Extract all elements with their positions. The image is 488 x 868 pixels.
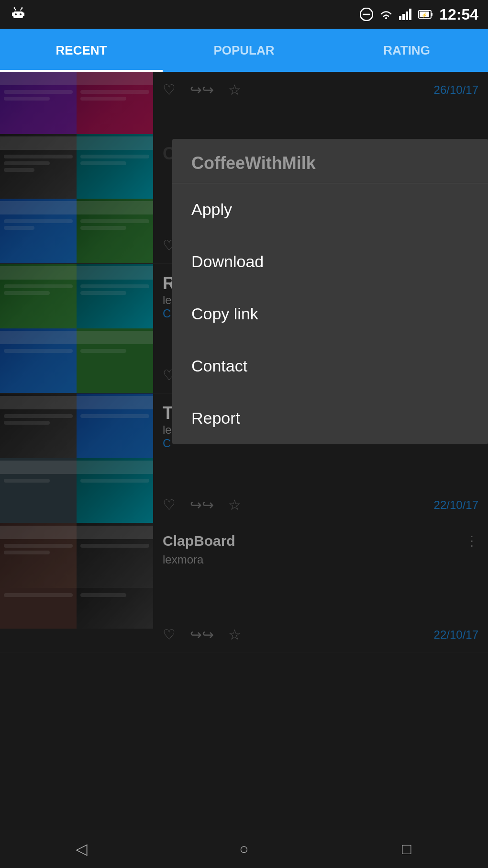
recents-button[interactable]: □ xyxy=(392,834,421,863)
context-menu-overlay[interactable]: CoffeeWithMilk Apply Download Copy link … xyxy=(0,72,488,830)
svg-rect-14 xyxy=(406,11,408,20)
context-menu-title: CoffeeWithMilk xyxy=(191,153,469,173)
download-menu-item[interactable]: Download xyxy=(172,236,488,288)
svg-point-11 xyxy=(385,17,387,19)
battery-icon: ⚡ xyxy=(418,9,433,20)
status-bar-left xyxy=(10,6,27,23)
signal-icon xyxy=(399,9,412,20)
copy-link-menu-item[interactable]: Copy link xyxy=(172,288,488,340)
svg-point-8 xyxy=(22,7,23,9)
status-bar-right: ⚡ 12:54 xyxy=(360,6,478,23)
do-not-disturb-icon xyxy=(360,8,373,21)
svg-rect-17 xyxy=(431,13,433,16)
context-menu-header: CoffeeWithMilk xyxy=(172,139,488,183)
status-bar: ⚡ 12:54 xyxy=(0,0,488,29)
contact-menu-item[interactable]: Contact xyxy=(172,340,488,392)
status-time: 12:54 xyxy=(439,6,478,23)
apply-menu-item[interactable]: Apply xyxy=(172,183,488,236)
svg-point-7 xyxy=(14,7,15,9)
back-button[interactable]: ◁ xyxy=(67,834,96,863)
wifi-icon xyxy=(379,9,393,20)
report-menu-item[interactable]: Report xyxy=(172,392,488,444)
svg-point-2 xyxy=(20,13,22,15)
svg-rect-12 xyxy=(399,16,401,20)
svg-rect-13 xyxy=(402,14,405,20)
context-menu: CoffeeWithMilk Apply Download Copy link … xyxy=(172,139,488,444)
svg-rect-4 xyxy=(23,12,24,16)
svg-rect-15 xyxy=(409,9,411,20)
tab-bar: RECENT POPULAR RATING xyxy=(0,29,488,72)
tab-recent[interactable]: RECENT xyxy=(0,29,163,72)
android-icon xyxy=(10,6,27,23)
home-button[interactable]: ○ xyxy=(230,834,258,863)
svg-rect-3 xyxy=(12,12,13,16)
bottom-nav: ◁ ○ □ xyxy=(0,830,488,868)
tab-popular[interactable]: POPULAR xyxy=(163,29,325,72)
svg-point-1 xyxy=(15,13,17,15)
content-area: ↪ 26/10/17 xyxy=(0,72,488,830)
svg-rect-0 xyxy=(13,11,23,18)
tab-rating[interactable]: RATING xyxy=(325,29,488,72)
svg-text:⚡: ⚡ xyxy=(421,12,428,18)
